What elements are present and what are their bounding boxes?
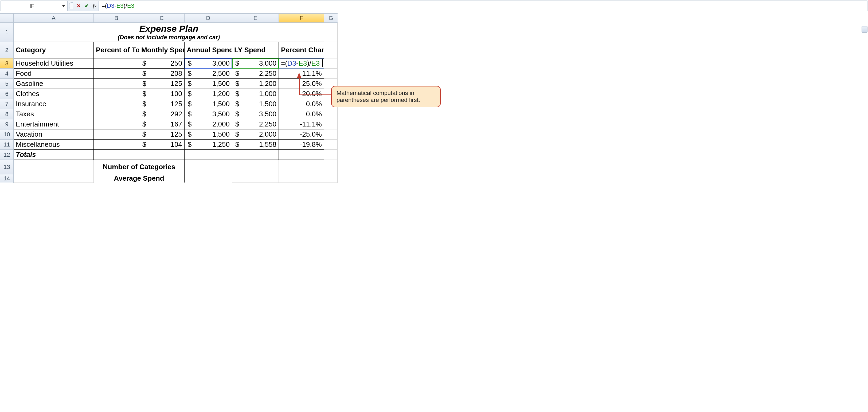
cell-e3[interactable]: $3,000 — [232, 59, 279, 69]
cell-e10[interactable]: $2,000 — [232, 129, 279, 140]
cell-d13[interactable] — [185, 160, 232, 174]
cell-e9[interactable]: $2,250 — [232, 119, 279, 129]
cell-c5[interactable]: $125 — [139, 79, 185, 89]
cell-e14[interactable] — [232, 174, 279, 183]
cell-f11[interactable]: -19.8% — [279, 140, 324, 150]
cell-a4[interactable]: Food — [13, 69, 94, 79]
cell-g11[interactable] — [324, 140, 338, 150]
cell-g2[interactable] — [324, 42, 338, 59]
cell-e4[interactable]: $2,250 — [232, 69, 279, 79]
cell-g4[interactable] — [324, 69, 338, 79]
cell-c4[interactable]: $208 — [139, 69, 185, 79]
cell-a12-totals[interactable]: Totals — [13, 150, 94, 160]
cell-c7[interactable]: $125 — [139, 99, 185, 109]
cell-f13[interactable] — [279, 160, 324, 174]
cell-a7[interactable]: Insurance — [13, 99, 94, 109]
cell-c10[interactable]: $125 — [139, 129, 185, 140]
cell-a11[interactable]: Miscellaneous — [13, 140, 94, 150]
cell-b4[interactable] — [94, 69, 139, 79]
cell-b9[interactable] — [94, 119, 139, 129]
cell-g8[interactable] — [324, 109, 338, 119]
header-category[interactable]: Category — [13, 42, 94, 59]
cell-a3[interactable]: Household Utilities — [13, 59, 94, 69]
cell-b6[interactable] — [94, 89, 139, 99]
cell-d4[interactable]: $2,500 — [185, 69, 232, 79]
cell-a6[interactable]: Clothes — [13, 89, 94, 99]
col-header-b[interactable]: B — [94, 13, 139, 23]
cancel-button[interactable]: ✕ — [76, 3, 81, 8]
col-header-d[interactable]: D — [185, 13, 232, 23]
cell-f6[interactable]: 20.0% — [279, 89, 324, 99]
cell-e6[interactable]: $1,000 — [232, 89, 279, 99]
cell-d5[interactable]: $1,500 — [185, 79, 232, 89]
title-cell[interactable]: Expense Plan (Does not include mortgage … — [13, 23, 324, 42]
col-header-e[interactable]: E — [232, 13, 279, 23]
cell-f14[interactable] — [279, 174, 324, 183]
row-header-14[interactable]: 14 — [0, 174, 13, 183]
cell-d3[interactable]: $3,000 — [185, 59, 232, 69]
cell-f9[interactable]: -11.1% — [279, 119, 324, 129]
row-header-12[interactable]: 12 — [0, 150, 13, 160]
cell-f12[interactable] — [279, 150, 324, 160]
cell-g3[interactable] — [324, 59, 338, 69]
row-header-2[interactable]: 2 — [0, 42, 13, 59]
header-ly-spend[interactable]: LY Spend — [232, 42, 279, 59]
header-annual-spend[interactable]: Annual Spend — [185, 42, 232, 59]
cell-g13[interactable] — [324, 160, 338, 174]
cell-g14[interactable] — [324, 174, 338, 183]
row-header-7[interactable]: 7 — [0, 99, 13, 109]
vertical-scroll-up-button[interactable] — [862, 26, 867, 33]
cell-g9[interactable] — [324, 119, 338, 129]
row-header-5[interactable]: 5 — [0, 79, 13, 89]
enter-button[interactable]: ✔ — [84, 3, 89, 8]
cell-e13[interactable] — [232, 160, 279, 174]
cell-e11[interactable]: $1,558 — [232, 140, 279, 150]
cell-c3[interactable]: $250 — [139, 59, 185, 69]
cell-a9[interactable]: Entertainment — [13, 119, 94, 129]
cell-e12[interactable] — [232, 150, 279, 160]
cell-d9[interactable]: $2,000 — [185, 119, 232, 129]
name-box[interactable]: IF — [1, 1, 68, 11]
cell-a13[interactable] — [13, 160, 94, 174]
cell-f4[interactable]: 11.1% — [279, 69, 324, 79]
row-header-9[interactable]: 9 — [0, 119, 13, 129]
col-header-a[interactable]: A — [13, 13, 94, 23]
cell-c6[interactable]: $100 — [139, 89, 185, 99]
cell-f8[interactable]: 0.0% — [279, 109, 324, 119]
cell-f5[interactable]: 25.0% — [279, 79, 324, 89]
row-header-13[interactable]: 13 — [0, 160, 13, 174]
cell-a10[interactable]: Vacation — [13, 129, 94, 140]
cell-b5[interactable] — [94, 79, 139, 89]
cell-d14[interactable] — [185, 174, 232, 183]
select-all-corner[interactable] — [0, 13, 13, 23]
row-header-1[interactable]: 1 — [0, 23, 13, 42]
number-of-categories-label[interactable]: Number of Categories — [94, 160, 185, 174]
cell-b11[interactable] — [94, 140, 139, 150]
cell-c9[interactable]: $167 — [139, 119, 185, 129]
cell-e7[interactable]: $1,500 — [232, 99, 279, 109]
cell-c12[interactable] — [139, 150, 185, 160]
row-header-11[interactable]: 11 — [0, 140, 13, 150]
cell-a14[interactable] — [13, 174, 94, 183]
col-header-f[interactable]: F — [279, 13, 324, 23]
cell-e5[interactable]: $1,200 — [232, 79, 279, 89]
cell-d11[interactable]: $1,250 — [185, 140, 232, 150]
cell-d6[interactable]: $1,200 — [185, 89, 232, 99]
cell-a5[interactable]: Gasoline — [13, 79, 94, 89]
col-header-g[interactable]: G — [324, 13, 338, 23]
cell-f7[interactable]: 0.0% — [279, 99, 324, 109]
formula-input[interactable]: =(D3-E3)/E3 — [99, 1, 867, 11]
col-header-c[interactable]: C — [139, 13, 185, 23]
cell-g12[interactable] — [324, 150, 338, 160]
cell-b12[interactable] — [94, 150, 139, 160]
cell-d12[interactable] — [185, 150, 232, 160]
cell-b7[interactable] — [94, 99, 139, 109]
header-monthly-spend[interactable]: Monthly Spend — [139, 42, 185, 59]
row-header-6[interactable]: 6 — [0, 89, 13, 99]
cell-d10[interactable]: $1,500 — [185, 129, 232, 140]
average-spend-label[interactable]: Average Spend — [94, 174, 185, 183]
cell-g10[interactable] — [324, 129, 338, 140]
cell-b8[interactable] — [94, 109, 139, 119]
row-header-8[interactable]: 8 — [0, 109, 13, 119]
cell-e8[interactable]: $3,500 — [232, 109, 279, 119]
